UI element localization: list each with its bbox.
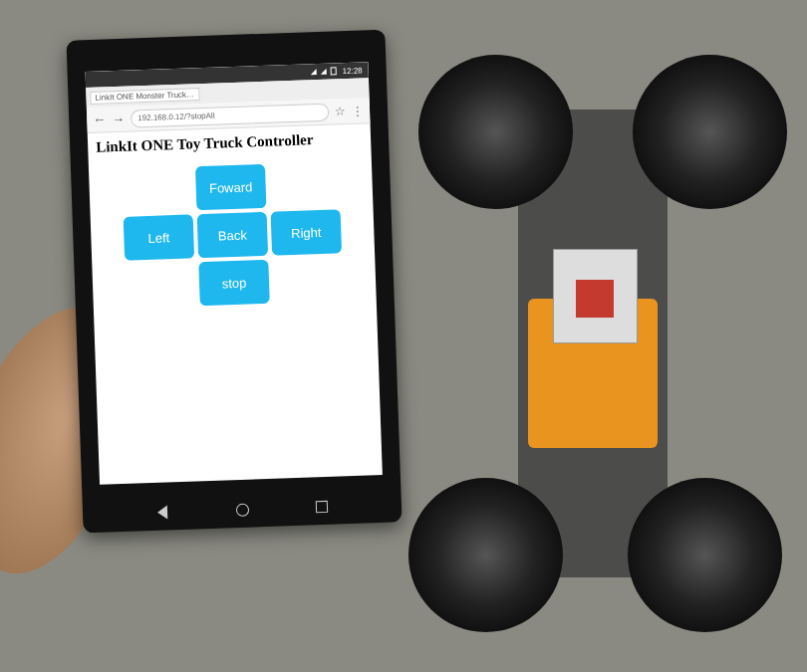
forward-button[interactable]: Foward	[195, 164, 266, 210]
page-title: LinkIt ONE Toy Truck Controller	[96, 129, 363, 155]
left-label: Left	[147, 230, 169, 246]
browser-tab[interactable]: LinkIt ONE Monster Truck C...	[90, 88, 199, 105]
wheel-rear-left	[408, 478, 563, 632]
bookmark-icon[interactable]: ☆	[335, 104, 346, 117]
android-home-button[interactable]	[234, 502, 251, 519]
android-recent-button[interactable]	[314, 499, 331, 516]
wheel-front-left	[418, 55, 573, 209]
back-icon[interactable]: ←	[93, 112, 107, 126]
menu-icon[interactable]: ⋮	[352, 104, 364, 117]
left-button[interactable]: Left	[124, 214, 194, 260]
right-button[interactable]: Right	[271, 209, 342, 255]
stop-button[interactable]: stop	[198, 260, 269, 306]
circle-icon	[235, 503, 248, 516]
url-bar[interactable]: 192.168.0.12/?stopAll	[131, 103, 330, 127]
dpad-controls: Foward Left Back Right stop	[97, 160, 369, 309]
url-text: 192.168.0.12/?stopAll	[137, 112, 215, 123]
square-icon	[316, 501, 328, 513]
stop-label: stop	[222, 275, 247, 291]
android-nav-bar	[83, 496, 402, 523]
back-label: Back	[218, 227, 247, 243]
status-time: 12:28	[342, 66, 362, 76]
page-content: LinkIt ONE Toy Truck Controller Foward L…	[88, 123, 377, 316]
tab-title: LinkIt ONE Monster Truck C...	[95, 90, 199, 103]
triangle-icon	[157, 505, 167, 519]
back-button[interactable]: Back	[197, 212, 268, 258]
status-icons	[311, 67, 337, 76]
wheel-front-right	[633, 55, 787, 209]
tablet-device: 12:28 LinkIt ONE Monster Truck C... ← → …	[66, 30, 402, 534]
tablet-screen: 12:28 LinkIt ONE Monster Truck C... ← → …	[86, 62, 383, 485]
wifi-icon	[311, 69, 317, 75]
right-label: Right	[291, 224, 322, 240]
rc-truck	[399, 20, 787, 657]
linkit-board	[553, 249, 638, 343]
wheel-rear-right	[628, 478, 782, 632]
battery-icon	[331, 67, 337, 75]
android-back-button[interactable]	[154, 504, 171, 521]
forward-icon[interactable]: →	[112, 112, 126, 126]
forward-label: Foward	[209, 179, 253, 196]
signal-icon	[321, 69, 327, 75]
